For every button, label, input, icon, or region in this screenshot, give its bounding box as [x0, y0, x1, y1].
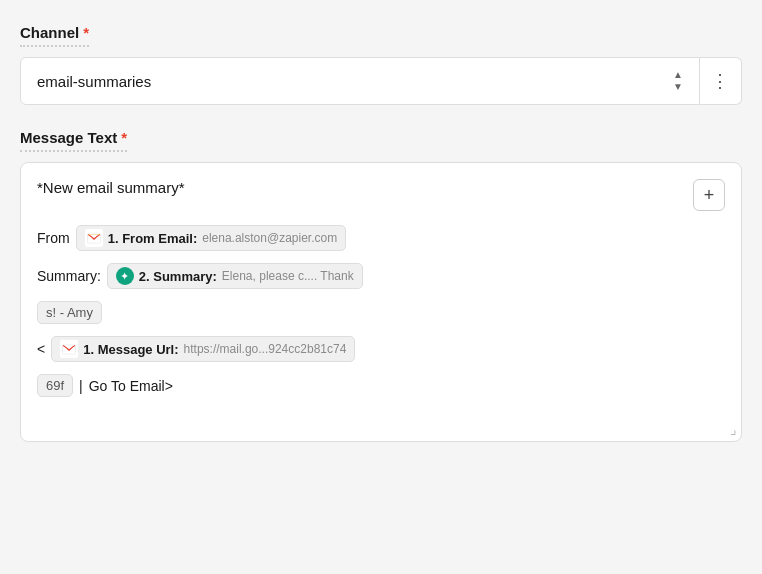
from-email-token[interactable]: 1. From Email: elena.alston@zapier.com [76, 225, 347, 251]
summary-label: Summary: [37, 268, 101, 284]
message-required-star: * [121, 129, 127, 146]
message-label-text: Message Text [20, 129, 117, 146]
summary-token[interactable]: ✦ 2. Summary: Elena, please c.... Thank [107, 263, 363, 289]
channel-row: email-summaries ▲ ▼ ⋮ [20, 57, 742, 105]
channel-more-button[interactable]: ⋮ [700, 57, 742, 105]
message-line-goto: 69f | Go To Email> [37, 374, 725, 397]
from-email-token-name: 1. From Email: [108, 231, 198, 246]
channel-arrows-icon: ▲ ▼ [673, 70, 683, 92]
goto-email-text: Go To Email> [89, 378, 173, 394]
channel-label-text: Channel [20, 24, 79, 41]
more-dots-icon: ⋮ [711, 70, 730, 92]
summary-token-value: Elena, please c.... Thank [222, 269, 354, 283]
message-line-summary: Summary: ✦ 2. Summary: Elena, please c..… [37, 263, 725, 289]
summary-token-name: 2. Summary: [139, 269, 217, 284]
channel-select[interactable]: email-summaries ▲ ▼ [20, 57, 700, 105]
channel-section: Channel* email-summaries ▲ ▼ ⋮ [20, 24, 742, 105]
message-header-row: *New email summary* + [37, 179, 725, 211]
from-label: From [37, 230, 70, 246]
from-email-token-value: elena.alston@zapier.com [202, 231, 337, 245]
arrow-down-icon: ▼ [673, 82, 683, 92]
resize-handle-icon[interactable]: ⌟ [730, 421, 737, 437]
gmail-icon [85, 229, 103, 247]
gmail-icon-2 [60, 340, 78, 358]
pipe-separator: | [79, 378, 83, 394]
url-token-value: https://mail.go...924cc2b81c74 [184, 342, 347, 356]
message-line-tag-amy: s! - Amy [37, 301, 725, 324]
url-lt-label: < [37, 341, 45, 357]
channel-label: Channel* [20, 24, 89, 47]
amy-tag[interactable]: s! - Amy [37, 301, 102, 324]
message-section: Message Text* *New email summary* + From [20, 129, 742, 442]
channel-required-star: * [83, 24, 89, 41]
arrow-up-icon: ▲ [673, 70, 683, 80]
channel-value: email-summaries [37, 73, 151, 90]
openai-icon: ✦ [116, 267, 134, 285]
message-label: Message Text* [20, 129, 127, 152]
message-line-from: From 1. From Email: elena.alston@zapier.… [37, 225, 725, 251]
add-button[interactable]: + [693, 179, 725, 211]
url-token[interactable]: 1. Message Url: https://mail.go...924cc2… [51, 336, 355, 362]
message-header-text: *New email summary* [37, 179, 185, 196]
url-token-name: 1. Message Url: [83, 342, 178, 357]
hash-tag[interactable]: 69f [37, 374, 73, 397]
add-icon: + [704, 185, 715, 206]
message-box: *New email summary* + From [20, 162, 742, 442]
message-line-url: < 1. Message Url: https://mail.go...924c… [37, 336, 725, 362]
